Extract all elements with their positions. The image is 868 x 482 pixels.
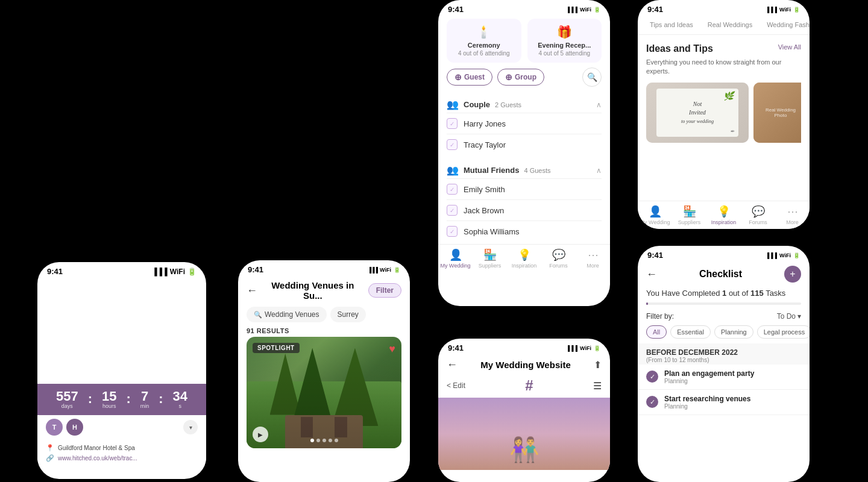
search-category-pill[interactable]: 🔍 Wedding Venues xyxy=(247,307,327,322)
nav-inspiration-3[interactable]: 💡 Inspiration xyxy=(507,248,541,269)
couple-chevron-icon[interactable]: ∧ xyxy=(596,101,602,109)
check-venues[interactable]: ✓ xyxy=(646,396,658,408)
tracy-taylor-name: Tracy Taylor xyxy=(464,140,506,149)
venue-nav-bar: ← Wedding Venues in Su... Filter xyxy=(238,277,410,304)
article-card-real-weddings[interactable]: Real WeddingPhoto xyxy=(753,83,801,143)
guest-tracy-taylor[interactable]: ✓ Tracy Taylor xyxy=(447,134,602,155)
ideas-description: Everything you need to know straight fro… xyxy=(646,58,801,77)
dot-1 xyxy=(310,439,314,442)
chip-legal[interactable]: Legal process xyxy=(757,325,810,339)
phone-guest-list: 9:41 ▐▐▐ WiFi 🔋 🕯️ Ceremony 4 out of 6 a… xyxy=(438,0,610,306)
menu-icon[interactable]: ☰ xyxy=(593,380,602,392)
sophia-checkbox[interactable]: ✓ xyxy=(447,226,458,237)
venue-card[interactable]: SPOTLIGHT ♥ ▶ xyxy=(247,337,401,448)
jack-checkbox[interactable]: ✓ xyxy=(447,205,458,216)
tab-real-weddings[interactable]: Real Weddings xyxy=(702,16,758,34)
filter-button[interactable]: Filter xyxy=(368,283,401,298)
nav-more-5[interactable]: ⋯ More xyxy=(775,205,810,225)
inspiration-icon-5: 💡 xyxy=(717,205,731,218)
reception-card[interactable]: 🎁 Evening Recep... 4 out of 5 attending xyxy=(527,19,602,63)
nav-my-wedding-3[interactable]: 👤 My Wedding xyxy=(438,248,473,269)
tab-wedding-fashion[interactable]: Wedding Fashion xyxy=(761,16,810,34)
ceremony-card[interactable]: 🕯️ Ceremony 4 out of 6 attending xyxy=(447,19,521,63)
engagement-task-text: Plan an engagement party xyxy=(664,369,754,378)
back-button-6[interactable]: ← xyxy=(646,268,657,281)
status-bar-6: 9:41 ▐▐▐ WiFi 🔋 xyxy=(638,246,810,262)
search-guests-button[interactable]: 🔍 xyxy=(582,67,602,87)
search-location-pill[interactable]: Surrey xyxy=(330,307,366,322)
back-button[interactable]: ← xyxy=(247,284,257,297)
footer-info: 📍 Guildford Manor Hotel & Spa 🔗 www.hitc… xyxy=(37,439,206,469)
phone-venue-search: 9:41 ▐▐▐ WiFi 🔋 ← Wedding Venues in Su..… xyxy=(238,260,410,482)
guest-sophia-williams[interactable]: ✓ Sophia Williams xyxy=(447,221,602,242)
emily-checkbox[interactable]: ✓ xyxy=(447,184,458,195)
status-icons-4: ▐▐▐ WiFi 🔋 xyxy=(566,345,600,351)
phone-checklist: 9:41 ▐▐▐ WiFi 🔋 ← Checklist + You Have C… xyxy=(638,246,810,482)
battery-icon: 🔋 xyxy=(187,268,197,276)
section-date-sub: (From 10 to 12 months) xyxy=(646,357,801,363)
chip-essential[interactable]: Essential xyxy=(670,325,711,339)
article-card-invitation[interactable]: 🌿 NotInvitedto your wedding ✒ xyxy=(646,83,749,143)
status-bar-1: 9:41 ▐▐▐ WiFi 🔋 xyxy=(37,262,206,278)
add-task-button[interactable]: + xyxy=(784,266,801,283)
battery-icon-6: 🔋 xyxy=(793,252,800,258)
jack-brown-name: Jack Brown xyxy=(464,206,504,215)
hashtag-logo: # xyxy=(471,377,587,394)
chevron-down-icon[interactable]: ▾ xyxy=(183,420,198,434)
status-time-1: 9:41 xyxy=(47,267,63,276)
ideas-title: Ideas and Tips xyxy=(646,43,713,54)
guest-harry-jones[interactable]: ✓ Harry Jones xyxy=(447,113,602,134)
checkbox-check: ✓ xyxy=(450,120,454,127)
website-url[interactable]: www.hitched.co.uk/web/trac... xyxy=(58,455,137,462)
guest-emily-smith[interactable]: ✓ Emily Smith xyxy=(447,178,602,199)
forums-icon-5: 💬 xyxy=(752,205,765,218)
avatar-t: T xyxy=(46,419,63,436)
nav-suppliers-3[interactable]: 🏪 Suppliers xyxy=(473,248,507,269)
status-icons-5: ▐▐▐ WiFi 🔋 xyxy=(766,7,800,13)
checklist-item-venues[interactable]: ✓ Start researching venues Planning xyxy=(638,390,810,415)
guest-jack-brown[interactable]: ✓ Jack Brown xyxy=(447,199,602,221)
harry-checkbox[interactable]: ✓ xyxy=(447,118,458,129)
spotlight-badge: SPOTLIGHT xyxy=(253,343,300,353)
nav-more-3[interactable]: ⋯ More xyxy=(576,248,610,269)
chip-all[interactable]: All xyxy=(646,325,667,339)
play-button[interactable]: ▶ xyxy=(253,427,268,442)
venue-img-overlay xyxy=(247,337,401,448)
filter-value: To Do xyxy=(777,312,796,321)
favorite-icon[interactable]: ♥ xyxy=(389,343,395,355)
tab-tips-ideas[interactable]: Tips and Ideas xyxy=(644,16,699,34)
check-engagement[interactable]: ✓ xyxy=(646,371,658,383)
status-bar-4: 9:41 ▐▐▐ WiFi 🔋 xyxy=(438,339,610,355)
nav-suppliers-5[interactable]: 🏪 Suppliers xyxy=(672,205,706,225)
more-icon: ⋯ xyxy=(588,248,599,261)
website-screen-title: My Wedding Website xyxy=(464,360,588,370)
add-guest-button[interactable]: ⊕ Guest xyxy=(447,69,492,86)
status-icons-2: ▐▐▐ WiFi 🔋 xyxy=(368,267,400,273)
suppliers-icon-5: 🏪 xyxy=(683,205,696,218)
share-icon[interactable]: ⬆ xyxy=(594,359,602,371)
nav-my-wedding-5[interactable]: 👤 My Wedding xyxy=(638,205,672,225)
phone-dashboard: 9:41 ▐▐▐ WiFi 🔋 ♥ ✉ Tracy & Harry 14 Oct… xyxy=(37,262,206,479)
filter-dropdown[interactable]: To Do ▾ xyxy=(777,312,801,321)
dot-5 xyxy=(335,439,338,442)
back-button-4[interactable]: ← xyxy=(447,358,458,371)
status-icons-3: ▐▐▐ WiFi 🔋 xyxy=(566,7,600,13)
checklist-item-engagement[interactable]: ✓ Plan an engagement party Planning xyxy=(638,365,810,390)
before-december-header: BEFORE DECEMBER 2022 (From 10 to 12 mont… xyxy=(638,343,810,365)
nav-inspiration-5[interactable]: 💡 Inspiration xyxy=(706,205,741,225)
avatar-h: H xyxy=(66,419,83,436)
add-group-button[interactable]: ⊕ Group xyxy=(497,69,544,86)
website-row: 🔗 www.hitched.co.uk/web/trac... xyxy=(46,454,198,462)
nav-forums-3[interactable]: 💬 Forums xyxy=(541,248,576,269)
view-all-link[interactable]: View All xyxy=(778,43,801,51)
venue-screen-title: Wedding Venues in Su... xyxy=(263,280,362,301)
countdown-days: 557 days xyxy=(56,390,78,409)
tracy-checkbox[interactable]: ✓ xyxy=(447,139,458,150)
countdown-hours: 15 hours xyxy=(102,390,116,409)
edit-button[interactable]: < Edit xyxy=(447,381,465,390)
mutual-chevron-icon[interactable]: ∧ xyxy=(596,166,602,175)
nav-forums-5[interactable]: 💬 Forums xyxy=(741,205,775,225)
mutual-icon: 👥 xyxy=(447,164,459,176)
bottom-nav-5: 👤 My Wedding 🏪 Suppliers 💡 Inspiration 💬… xyxy=(638,201,810,229)
chip-planning[interactable]: Planning xyxy=(714,325,753,339)
